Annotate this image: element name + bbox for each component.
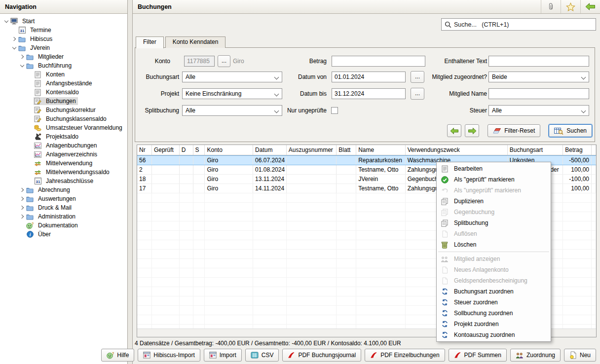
zuordnung-button[interactable]: Zuordnung bbox=[510, 349, 561, 362]
previous-page-button[interactable] bbox=[447, 124, 461, 137]
expander-icon[interactable] bbox=[19, 213, 26, 220]
pdf-buchungsjournal-button[interactable]: PDF Buchungsjournal bbox=[282, 349, 361, 362]
sidebar-item-ueber[interactable]: i Über bbox=[0, 230, 127, 239]
expander-icon[interactable] bbox=[19, 53, 26, 60]
sidebar-item-buchungskorrektur[interactable]: Buchungskorrektur bbox=[0, 106, 127, 114]
hibiscus-import-button[interactable]: Hibiscus-Import bbox=[138, 349, 200, 362]
sidebar-item-buchungsklassensaldo[interactable]: Buchungsklassensaldo bbox=[0, 114, 127, 123]
expander-icon[interactable] bbox=[19, 186, 26, 193]
nur-ungepruefte-label: Nur ungeprüfte bbox=[277, 105, 327, 116]
mitglied-zugeordnet-select[interactable]: Beide bbox=[488, 72, 589, 82]
sidebar-item-jverein[interactable]: JVerein bbox=[0, 43, 127, 52]
sidebar-item-anfangsbestaende[interactable]: Anfangsbestände bbox=[0, 79, 127, 88]
sidebar-item-umsatzsteuer-voranmeldung[interactable]: Umsatzsteuer Voranmeldung bbox=[0, 123, 127, 132]
expander-icon[interactable] bbox=[11, 44, 18, 51]
datum-von-field[interactable]: 01.01.2024 bbox=[332, 72, 406, 82]
projekt-select[interactable]: Keine Einschränkung bbox=[182, 88, 282, 99]
sidebar-item-start[interactable]: Start bbox=[0, 17, 127, 26]
menu-item-loeschen[interactable]: Löschen bbox=[437, 239, 551, 250]
sidebar-item-kontensaldo[interactable]: Kontensaldo bbox=[0, 88, 127, 97]
column-header-name[interactable]: Name bbox=[356, 145, 406, 155]
search-box[interactable] bbox=[441, 18, 596, 31]
menu-item-buchungsart-zuordnen[interactable]: Buchungsart zuordnen bbox=[437, 286, 551, 297]
sidebar-item-druck-mail[interactable]: Druck & Mail bbox=[0, 203, 127, 212]
column-header-blatt[interactable]: Blatt bbox=[337, 145, 356, 155]
splitbuchung-select[interactable]: Alle bbox=[182, 105, 282, 116]
sidebar-item-anlagenverzeichnis[interactable]: Anlagenverzeichnis bbox=[0, 150, 127, 159]
sidebar-item-anlagenbuchungen[interactable]: Anlagenbuchungen bbox=[0, 141, 127, 150]
sidebar-item-termine[interactable]: 31 Termine bbox=[0, 26, 127, 35]
cell-nr bbox=[137, 221, 152, 230]
column-header-datum[interactable]: Datum bbox=[253, 145, 287, 155]
betrag-field[interactable] bbox=[332, 56, 425, 67]
hilfe-button[interactable]: ? Hilfe bbox=[101, 349, 134, 362]
pdf-summen-button[interactable]: PDF Summen bbox=[449, 349, 507, 362]
expander-icon[interactable] bbox=[3, 18, 10, 25]
sidebar-item-mittelverwendung[interactable]: Mittelverwendung bbox=[0, 159, 127, 168]
pdf-einzelbuchungen-button[interactable]: PDF Einzelbuchungen bbox=[365, 349, 445, 362]
tab-filter[interactable]: Filter bbox=[136, 36, 164, 48]
neu-button[interactable]: Neu bbox=[564, 349, 596, 362]
expander-icon[interactable] bbox=[19, 195, 26, 202]
konto-browse-button[interactable]: ... bbox=[218, 55, 230, 67]
expander-icon[interactable] bbox=[19, 204, 26, 211]
column-header-nr[interactable]: Nr bbox=[137, 145, 152, 155]
suchen-button[interactable]: Suchen bbox=[549, 124, 592, 137]
menu-item-steuer-zuordnen[interactable]: Steuer zuordnen bbox=[437, 297, 551, 308]
datum-bis-field[interactable]: 31.12.2024 bbox=[332, 88, 406, 99]
import-button[interactable]: Import bbox=[204, 349, 242, 362]
sidebar-item-dokumentation[interactable]: ? Dokumentation bbox=[0, 221, 127, 230]
menu-item-kontoauszug-zuordnen[interactable]: Kontoauszug zuordnen bbox=[437, 329, 551, 340]
cell-d bbox=[180, 221, 193, 230]
sidebar-item-auswertungen[interactable]: Auswertungen bbox=[0, 194, 127, 203]
next-page-button[interactable] bbox=[465, 124, 479, 137]
mitglied-name-field[interactable] bbox=[488, 88, 589, 99]
enthaltener-text-label: Enthaltener Text bbox=[428, 56, 487, 67]
sidebar-item-jahresabschluesse[interactable]: 31 Jahresabschlüsse bbox=[0, 177, 127, 185]
sidebar-item-buchungen[interactable]: Buchungen bbox=[0, 97, 127, 106]
column-header-auszugsnummer[interactable]: Auszugsnummer bbox=[287, 145, 337, 155]
enthaltener-text-field[interactable] bbox=[488, 56, 589, 67]
sidebar-item-mittelverwendungssaldo[interactable]: Mittelverwendungssaldo bbox=[0, 168, 127, 177]
csv-button[interactable]: CSV bbox=[245, 349, 279, 362]
favorite-button[interactable] bbox=[561, 0, 580, 13]
menu-item-duplizieren[interactable]: Duplizieren bbox=[437, 196, 551, 207]
nur-ungepruefte-checkbox[interactable] bbox=[331, 107, 338, 114]
recycle-icon bbox=[440, 298, 449, 306]
column-header-konto[interactable]: Konto bbox=[205, 145, 253, 155]
sidebar-item-konten[interactable]: Konten bbox=[0, 70, 127, 79]
attachment-button[interactable] bbox=[541, 0, 561, 13]
page-icon bbox=[440, 266, 449, 274]
menu-item-bearbeiten[interactable]: Bearbeiten bbox=[437, 163, 551, 174]
cell-nr bbox=[137, 240, 152, 249]
column-header-geprueft[interactable]: Geprüft bbox=[152, 145, 180, 155]
filter-reset-button[interactable]: Filter-Reset bbox=[488, 124, 540, 137]
sidebar-item-projektsaldo[interactable]: Projektsaldo bbox=[0, 132, 127, 141]
expander-icon[interactable] bbox=[11, 36, 18, 42]
column-header-s[interactable]: S bbox=[193, 145, 205, 155]
cell-datum bbox=[253, 193, 287, 202]
expander-icon[interactable] bbox=[19, 62, 26, 69]
sidebar-item-administration[interactable]: Administration bbox=[0, 212, 127, 221]
cell-blatt bbox=[337, 240, 356, 249]
column-header-verwendungszweck[interactable]: Verwendungszweck bbox=[406, 145, 508, 155]
menu-item-sollbuchung-zuordnen[interactable]: Sollbuchung zuordnen bbox=[437, 308, 551, 319]
sidebar-item-mitglieder[interactable]: Mitglieder bbox=[0, 52, 127, 61]
menu-item-als-geprueft-markieren[interactable]: Als "geprüft" markieren bbox=[437, 174, 551, 185]
sidebar-item-buchfuehrung[interactable]: Buchführung bbox=[0, 61, 127, 70]
tab-konto-kenndaten[interactable]: Konto Kenndaten bbox=[165, 36, 226, 48]
column-header-d[interactable]: D bbox=[180, 145, 193, 155]
menu-item-projekt-zuordnen[interactable]: Projekt zuordnen bbox=[437, 319, 551, 329]
back-button[interactable] bbox=[580, 0, 600, 13]
sidebar-item-hibiscus[interactable]: Hibiscus bbox=[0, 35, 127, 43]
menu-item-splitbuchung[interactable]: Splitbuchung bbox=[437, 218, 551, 228]
table-header-row: NrGeprüftDSKontoDatumAuszugsnummerBlattN… bbox=[137, 145, 596, 155]
menu-item-aufloesen: Auflösen bbox=[437, 228, 551, 239]
search-input[interactable] bbox=[454, 21, 593, 28]
column-header-betrag[interactable]: Betrag bbox=[563, 145, 592, 155]
steuer-select[interactable]: Alle bbox=[488, 105, 589, 116]
column-header-buchungsart[interactable]: Buchungsart bbox=[508, 145, 563, 155]
check-circle-icon bbox=[440, 176, 449, 183]
buchungsart-select[interactable]: Alle bbox=[182, 72, 282, 82]
sidebar-item-abrechnung[interactable]: Abrechnung bbox=[0, 185, 127, 194]
